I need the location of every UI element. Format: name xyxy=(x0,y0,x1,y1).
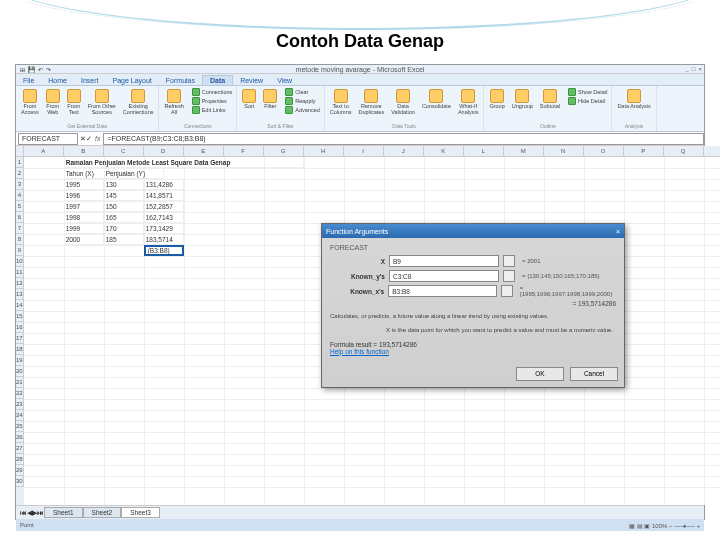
ribbon-btn-properties[interactable]: Properties xyxy=(191,97,234,105)
ribbon-btn-hide-detail[interactable]: Hide Detail xyxy=(567,97,608,105)
cell[interactable]: 2000 xyxy=(64,234,104,245)
ribbon-btn-filter[interactable]: Filter xyxy=(261,88,279,114)
view-normal-icon[interactable]: ▦ xyxy=(629,523,635,529)
row-header[interactable]: 5 xyxy=(16,201,24,212)
ribbon-btn-consolidate[interactable]: Consolidate xyxy=(420,88,453,116)
sheet-tab-sheet2[interactable]: Sheet2 xyxy=(83,507,122,518)
view-break-icon[interactable]: ▣ xyxy=(644,523,650,529)
undo-icon[interactable]: ↶ xyxy=(38,66,43,73)
row-header[interactable]: 21 xyxy=(16,377,24,388)
row-header[interactable]: 28 xyxy=(16,454,24,465)
cell[interactable]: 162,7143 xyxy=(144,212,184,223)
minimize-icon[interactable]: _ xyxy=(686,66,689,72)
col-header[interactable]: K xyxy=(424,146,464,157)
ribbon-btn-advanced[interactable]: Advanced xyxy=(284,106,320,114)
ribbon-btn-refresh-all[interactable]: RefreshAll xyxy=(162,88,185,116)
row-header[interactable]: 27 xyxy=(16,443,24,454)
ribbon-btn-ungroup[interactable]: Ungroup xyxy=(510,88,535,111)
range-select-icon[interactable] xyxy=(503,270,515,282)
col-header[interactable]: Q xyxy=(664,146,704,157)
ribbon-btn-existing-connections[interactable]: ExistingConnections xyxy=(121,88,156,116)
row-header[interactable]: 24 xyxy=(16,410,24,421)
formula-input[interactable]: =FORECAST(B9;C3:C8;B3:B8) xyxy=(103,133,704,145)
ribbon-btn-show-detail[interactable]: Show Detail xyxy=(567,88,608,96)
col-header[interactable]: F xyxy=(224,146,264,157)
nav-first-icon[interactable]: ⏮ xyxy=(20,509,27,516)
row-header[interactable]: 13 xyxy=(16,289,24,300)
row-header[interactable]: 18 xyxy=(16,344,24,355)
range-select-icon[interactable] xyxy=(501,285,513,297)
cell[interactable]: 173,1429 xyxy=(144,223,184,234)
row-header[interactable]: 2 xyxy=(16,168,24,179)
cell[interactable]: 1997 xyxy=(64,201,104,212)
ribbon-btn-from-web[interactable]: FromWeb xyxy=(44,88,62,116)
row-header[interactable]: 1 xyxy=(16,157,24,168)
save-icon[interactable]: 💾 xyxy=(28,66,35,73)
row-header[interactable]: 22 xyxy=(16,388,24,399)
col-header[interactable]: R xyxy=(704,146,720,157)
close-icon[interactable]: × xyxy=(698,66,702,72)
row-header[interactable]: 23 xyxy=(16,399,24,410)
cell[interactable]: 1998 xyxy=(64,212,104,223)
tab-view[interactable]: View xyxy=(270,76,299,85)
row-header[interactable]: 17 xyxy=(16,333,24,344)
cell[interactable]: Ramalan Penjualan Metode Least Square Da… xyxy=(64,157,304,168)
cell[interactable]: (B3:B8) xyxy=(144,245,184,256)
cell[interactable]: 1996 xyxy=(64,190,104,201)
row-header[interactable]: 9 xyxy=(16,245,24,256)
ribbon-btn-subtotal[interactable]: Subtotal xyxy=(538,88,562,111)
range-select-icon[interactable] xyxy=(503,255,515,267)
cell[interactable]: 141,8571 xyxy=(144,190,184,201)
col-header[interactable]: C xyxy=(104,146,144,157)
row-header[interactable]: 7 xyxy=(16,223,24,234)
row-header[interactable]: 15 xyxy=(16,311,24,322)
sheet-tab-sheet3[interactable]: Sheet3 xyxy=(121,507,160,518)
cell[interactable]: 183,5714 xyxy=(144,234,184,245)
zoom-slider[interactable]: ──●── xyxy=(674,523,695,529)
row-header[interactable]: 4 xyxy=(16,190,24,201)
tab-formulas[interactable]: Formulas xyxy=(159,76,202,85)
col-header[interactable]: I xyxy=(344,146,384,157)
ribbon-btn-connections[interactable]: Connections xyxy=(191,88,234,96)
row-header[interactable]: 16 xyxy=(16,322,24,333)
row-header[interactable]: 3 xyxy=(16,179,24,190)
cell[interactable]: 1999 xyxy=(64,223,104,234)
cancel-button[interactable]: Cancel xyxy=(570,367,618,381)
col-header[interactable]: M xyxy=(504,146,544,157)
row-header[interactable]: 29 xyxy=(16,465,24,476)
ribbon-btn-text-to-columns[interactable]: Text toColumns xyxy=(328,88,354,116)
row-header[interactable]: 20 xyxy=(16,366,24,377)
zoom-level[interactable]: 100% xyxy=(652,523,667,529)
col-header[interactable]: P xyxy=(624,146,664,157)
ribbon-btn-data-analysis[interactable]: Data Analysis xyxy=(615,88,652,111)
ribbon-btn-reapply[interactable]: Reapply xyxy=(284,97,320,105)
row-header[interactable]: 19 xyxy=(16,355,24,366)
cell[interactable]: 131,4286 xyxy=(144,179,184,190)
row-header[interactable]: 25 xyxy=(16,421,24,432)
cell[interactable]: 185 xyxy=(104,234,144,245)
ok-button[interactable]: OK xyxy=(516,367,564,381)
col-header[interactable]: E xyxy=(184,146,224,157)
ribbon-btn-data-validation[interactable]: DataValidation xyxy=(389,88,417,116)
cell[interactable]: 145 xyxy=(104,190,144,201)
dialog-close-icon[interactable]: × xyxy=(616,228,620,235)
row-header[interactable]: 10 xyxy=(16,256,24,267)
col-header[interactable]: N xyxy=(544,146,584,157)
row-header[interactable]: 8 xyxy=(16,234,24,245)
row-header[interactable]: 26 xyxy=(16,432,24,443)
ribbon-btn-group[interactable]: Group xyxy=(487,88,506,111)
tab-home[interactable]: Home xyxy=(41,76,74,85)
ribbon-btn-from-text[interactable]: FromText xyxy=(65,88,83,116)
maximize-icon[interactable]: □ xyxy=(692,66,696,72)
ribbon-btn-from-access[interactable]: FromAccess xyxy=(19,88,41,116)
row-header[interactable]: 11 xyxy=(16,267,24,278)
ribbon-btn-edit-links[interactable]: Edit Links xyxy=(191,106,234,114)
redo-icon[interactable]: ↷ xyxy=(46,66,51,73)
row-header[interactable]: 6 xyxy=(16,212,24,223)
tab-review[interactable]: Review xyxy=(233,76,270,85)
ribbon-btn-clear[interactable]: Clear xyxy=(284,88,320,96)
arg-input-X[interactable]: B9 xyxy=(389,255,499,267)
col-header[interactable]: J xyxy=(384,146,424,157)
col-header[interactable]: B xyxy=(64,146,104,157)
arg-input-Known_y's[interactable]: C3:C8 xyxy=(389,270,499,282)
